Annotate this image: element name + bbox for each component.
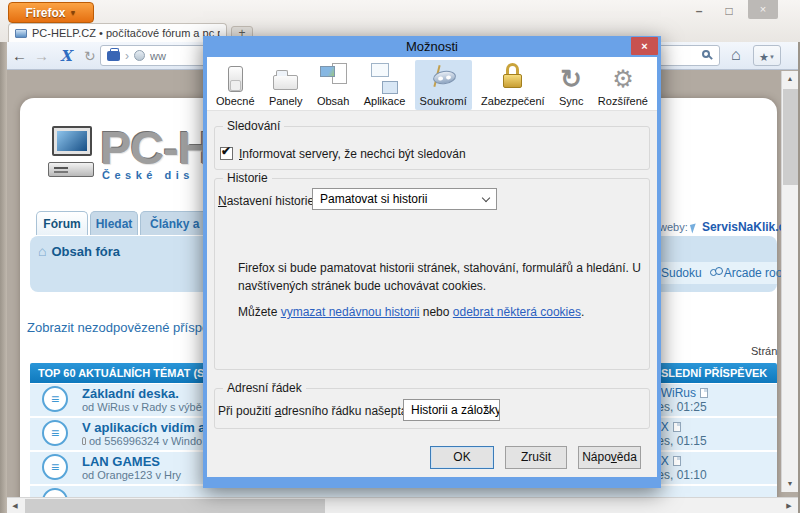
site-logo-tower-icon — [48, 162, 94, 177]
topic-icon: ≡ — [42, 454, 68, 480]
vertical-scrollbar[interactable]: ▲ ▼ — [781, 71, 798, 492]
firefox-menu-button[interactable]: Firefox▼ — [8, 2, 94, 23]
tab-aplikace[interactable]: Aplikace — [359, 60, 411, 110]
dialog-body: Obecné Panely Obsah Aplikace Soukromí — [207, 57, 657, 477]
tab-sync[interactable]: ↻ Sync — [554, 60, 588, 110]
tab-panely[interactable]: Panely — [264, 60, 308, 110]
remove-cookies-link[interactable]: odebrat některá cookies — [453, 305, 581, 319]
unanswered-posts-link[interactable]: Zobrazit nezodpovězené příspěvk — [27, 320, 222, 335]
horizontal-scrollbar[interactable]: ◀ ▶ — [7, 497, 798, 513]
topic-meta: od Orange123 v Hry — [82, 469, 181, 481]
sudoku-link[interactable]: Sudoku — [661, 266, 702, 280]
forward-button[interactable]: → — [34, 47, 49, 65]
home-button[interactable]: ⌂ — [731, 46, 741, 64]
topic-meta: od WiRus v Rady s výbě — [82, 401, 202, 413]
scroll-left-arrow[interactable]: ◀ — [7, 498, 23, 513]
breadcrumb[interactable]: ⌂Obsah fóra — [38, 243, 120, 259]
tab-rozsirene[interactable]: ⚙ Rozšířené — [593, 60, 653, 110]
servisnaklik-link[interactable]: ServisNaKlik.cz — [702, 220, 791, 234]
topic-icon: ≡ — [42, 386, 68, 412]
tab-label: Sync — [559, 95, 583, 107]
star-icon: ★ — [759, 51, 769, 63]
page-tab-forum[interactable]: Fórum — [36, 211, 88, 235]
cursor-icon — [690, 223, 698, 233]
text: nebo — [419, 305, 452, 319]
tab-favicon — [15, 29, 27, 38]
tracking-legend: Sledování — [223, 119, 284, 133]
tab-label: Panely — [269, 95, 303, 107]
topic-icon — [42, 488, 68, 497]
reload-button[interactable]: ↻ — [84, 47, 96, 65]
page-tab-search[interactable]: Hledat — [90, 211, 138, 235]
horizontal-scrollbar-thumb[interactable] — [25, 499, 325, 513]
history-description-line2: navštívených stránek bude uchovávat cook… — [238, 279, 486, 293]
chevron-icon: › — [125, 49, 129, 63]
tab-soukromi[interactable]: Soukromí — [415, 60, 472, 110]
dialog-tab-strip: Obecné Panely Obsah Aplikace Soukromí — [207, 57, 657, 111]
privacy-mask-icon — [428, 63, 459, 94]
tab-label: Soukromí — [420, 95, 467, 107]
dropdown-value: Pamatovat si historii — [320, 192, 427, 206]
lastpost-header-label: POSLEDNÍ PŘÍSPĚVEK — [645, 367, 767, 379]
goto-post-icon[interactable] — [700, 388, 708, 398]
location-suggest-dropdown[interactable]: Historii a záložky — [403, 399, 500, 421]
people-icon — [710, 267, 723, 277]
topic-title-link[interactable]: Základní deska. — [82, 386, 179, 401]
topic-title-link[interactable]: V aplikacích vidím apli — [82, 420, 221, 435]
cancel-button[interactable]: Zrušit — [505, 446, 567, 469]
browser-tab[interactable]: PC-HELP.CZ • počítačové fórum a pc po... — [8, 23, 227, 42]
do-not-track-label[interactable]: Informovat servery, že nechci být sledov… — [239, 147, 466, 161]
window-close-button[interactable]: × — [748, 0, 778, 19]
topic-title-link[interactable]: LAN GAMES — [82, 454, 160, 469]
search-icon[interactable] — [702, 50, 710, 58]
clear-recent-history-link[interactable]: vymazat nedávnou historii — [281, 305, 420, 319]
location-bar-legend: Adresní řádek — [223, 381, 306, 395]
site-logo-subtitle: České dis — [102, 169, 203, 181]
label-text: nformovat servery, že nechci být sledová… — [242, 147, 465, 161]
topic-meta-text: od 556996324 v Windo — [89, 435, 202, 447]
goto-post-icon[interactable] — [673, 456, 681, 466]
dialog-close-button[interactable]: × — [631, 37, 658, 55]
history-mode-dropdown[interactable]: Pamatovat si historii — [312, 188, 497, 210]
scroll-right-arrow[interactable]: ▶ — [781, 498, 797, 513]
globe-icon — [134, 50, 145, 61]
scroll-up-arrow[interactable]: ▲ — [782, 71, 798, 87]
recommended-sites: weby: ServisNaKlik.cz — [659, 220, 791, 234]
do-not-track-checkbox[interactable]: ✔ — [220, 147, 233, 160]
check-icon: ✔ — [221, 144, 231, 158]
help-button[interactable]: Nápověda — [578, 446, 641, 469]
maximize-button[interactable]: □ — [716, 4, 742, 20]
caret-down-icon: ▼ — [70, 9, 77, 16]
tab-zabezpeceni[interactable]: Zabezpečení — [476, 60, 550, 110]
ok-button[interactable]: OK — [430, 446, 494, 469]
site-logo-monitor-icon — [52, 126, 92, 156]
location-suggest-label: Při použití adresního řádku našeptávat: — [218, 404, 427, 418]
window-frame-left — [0, 42, 7, 513]
label-text: astavení historie: — [227, 194, 318, 208]
options-dialog: Možnosti × Obecné Panely Obsah Aplik — [203, 36, 661, 488]
attachment-icon — [82, 437, 86, 445]
tab-obsah[interactable]: Obsah — [312, 60, 354, 110]
history-setting-label: Nastavení historie: — [218, 194, 317, 208]
topic-icon: ≡ — [42, 420, 68, 446]
site-identity-icon[interactable] — [107, 51, 120, 61]
sync-icon: ↻ — [560, 63, 582, 94]
content-icon — [320, 63, 347, 94]
bookmarks-button[interactable]: ★▼ — [753, 45, 781, 66]
tab-label: Obsah — [317, 95, 349, 107]
text: Můžete — [238, 305, 281, 319]
history-actions-line: Můžete vymazat nedávnou historii nebo od… — [238, 305, 584, 319]
address-bar-text: ww — [150, 50, 166, 62]
minimize-button[interactable]: – — [686, 4, 712, 20]
screen: PC-H České dis Fórum Hledat Články a n w… — [0, 0, 800, 513]
vertical-scrollbar-thumb[interactable] — [783, 89, 798, 185]
firefox-menu-label: Firefox — [26, 6, 66, 20]
tab-obecne[interactable]: Obecné — [211, 60, 260, 110]
breadcrumb-label: Obsah fóra — [51, 244, 120, 259]
stop-button[interactable]: X — [60, 47, 72, 65]
goto-post-icon[interactable] — [673, 422, 681, 432]
back-button[interactable]: ← — [12, 47, 27, 65]
games-links: SudokuArcade room — [661, 266, 792, 280]
text: Nápo — [582, 450, 611, 464]
scroll-down-arrow[interactable]: ▼ — [782, 476, 798, 492]
